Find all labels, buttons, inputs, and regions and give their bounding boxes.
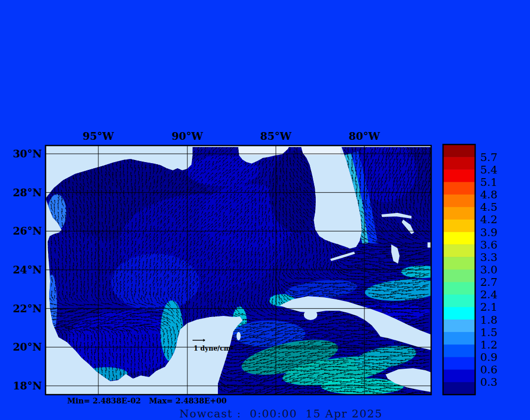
colorbar-band bbox=[443, 320, 475, 332]
vector-field-plot: 1 dyne/cm² 95°W90°W85°W80°W 30°N28°N26°N… bbox=[0, 0, 530, 420]
colorbar: 5.75.45.14.84.54.23.93.63.33.02.72.42.11… bbox=[443, 144, 497, 395]
colorbar-tick-label: 1.5 bbox=[480, 326, 497, 339]
colorbar-tick-label: 0.3 bbox=[480, 376, 497, 388]
colorbar-tick-label: 2.1 bbox=[480, 301, 497, 313]
colorbar-tick-label: 1.8 bbox=[480, 314, 497, 326]
x-axis-tick-label: 85°W bbox=[260, 130, 292, 142]
colorbar-band bbox=[443, 207, 475, 220]
colorbar-band bbox=[443, 144, 475, 157]
island-cozumel bbox=[237, 332, 241, 340]
colorbar-tick-label: 0.9 bbox=[480, 351, 497, 364]
colorbar-band bbox=[443, 332, 475, 345]
colorbar-band bbox=[443, 169, 475, 182]
colorbar-tick-label: 3.9 bbox=[480, 226, 497, 239]
vector-scale-label: 1 dyne/cm² bbox=[194, 344, 233, 352]
colorbar-tick-label: 2.4 bbox=[480, 288, 497, 301]
y-axis-tick-label: 18°N bbox=[13, 380, 42, 392]
x-axis-tick-label: 80°W bbox=[349, 130, 380, 142]
y-axis-tick-label: 26°N bbox=[13, 225, 42, 237]
colorbar-band bbox=[443, 307, 475, 320]
y-axis-tick-label: 30°N bbox=[13, 148, 42, 160]
colorbar-band bbox=[443, 282, 475, 295]
colorbar-band bbox=[443, 257, 475, 270]
colorbar-band bbox=[443, 357, 475, 370]
colorbar-band bbox=[443, 195, 475, 208]
x-axis-tick-label: 95°W bbox=[83, 130, 114, 142]
colorbar-band bbox=[443, 220, 475, 233]
y-axis-tick-label: 22°N bbox=[13, 302, 42, 315]
colorbar-tick-label: 3.0 bbox=[480, 264, 497, 276]
plot-title: Nowcast : 0:00:00 15 Apr 2025 bbox=[180, 408, 383, 420]
colorbar-tick-label: 0.6 bbox=[480, 364, 497, 376]
y-axis: 30°N28°N26°N24°N22°N20°N18°N bbox=[13, 148, 42, 392]
colorbar-tick-label: 2.7 bbox=[480, 276, 497, 288]
max-value-label: Max= 2.4838E+00 bbox=[149, 396, 227, 405]
y-axis-tick-label: 28°N bbox=[13, 186, 42, 199]
colorbar-tick-label: 3.3 bbox=[480, 251, 497, 264]
colorbar-tick-label: 5.4 bbox=[480, 164, 497, 176]
colorbar-band bbox=[443, 295, 475, 308]
colorbar-band bbox=[443, 382, 475, 395]
colorbar-tick-label: 3.6 bbox=[480, 239, 497, 251]
colorbar-tick-label: 4.2 bbox=[480, 213, 497, 226]
colorbar-band bbox=[443, 270, 475, 283]
min-value-label: Min= 2.4838E-02 bbox=[67, 396, 141, 405]
x-axis: 95°W90°W85°W80°W bbox=[83, 130, 380, 142]
x-axis-tick-label: 90°W bbox=[172, 130, 203, 142]
water-area bbox=[46, 140, 461, 395]
colorbar-band bbox=[443, 344, 475, 357]
colorbar-band bbox=[443, 232, 475, 245]
colorbar-band bbox=[443, 157, 475, 170]
colorbar-band bbox=[443, 370, 475, 383]
colorbar-tick-label: 4.5 bbox=[480, 201, 497, 213]
colorbar-tick-label: 5.1 bbox=[480, 176, 497, 189]
island-isla-juventud bbox=[304, 310, 317, 320]
colorbar-tick-label: 1.2 bbox=[480, 339, 497, 351]
colorbar-tick-label: 5.7 bbox=[480, 151, 497, 164]
y-axis-tick-label: 24°N bbox=[13, 264, 42, 276]
colorbar-band bbox=[443, 244, 475, 257]
y-axis-tick-label: 20°N bbox=[13, 341, 42, 353]
colorbar-tick-label: 4.8 bbox=[480, 189, 497, 201]
colorbar-band bbox=[443, 182, 475, 195]
plot-canvas: 1 dyne/cm² 95°W90°W85°W80°W 30°N28°N26°N… bbox=[0, 0, 530, 420]
